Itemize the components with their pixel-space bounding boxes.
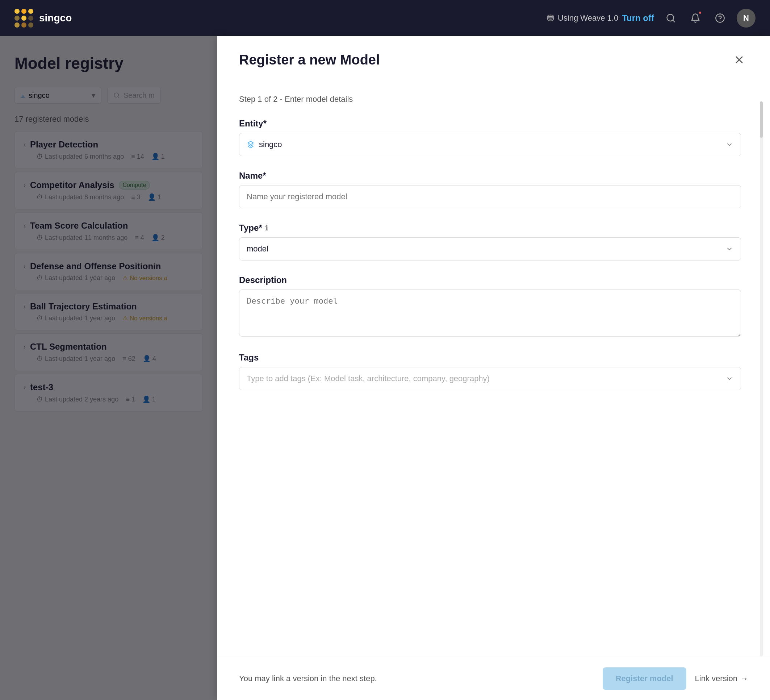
help-icon: [715, 13, 725, 23]
notifications-wrapper: [688, 10, 704, 26]
type-value-text: model: [247, 244, 269, 254]
scrollbar-track: [760, 102, 763, 656]
turnoff-button[interactable]: Turn off: [622, 13, 654, 23]
chevron-down-icon: [725, 245, 733, 253]
search-button[interactable]: [663, 10, 679, 26]
tags-label: Tags: [239, 353, 741, 363]
tags-form-group: Tags Type to add tags (Ex: Model task, a…: [239, 353, 741, 390]
modal-header: Register a new Model: [217, 36, 770, 80]
entity-label: Entity*: [239, 118, 741, 129]
type-form-group: Type* ℹ model: [239, 223, 741, 261]
main-area: Model registry ⟁ singco ▾ Search m 17 re…: [0, 36, 770, 700]
bell-icon: [690, 13, 700, 23]
user-avatar[interactable]: N: [737, 9, 755, 28]
entity-value-text: singco: [259, 140, 282, 149]
type-select-dropdown[interactable]: model: [239, 237, 741, 261]
entity-logo-icon: [247, 141, 255, 149]
entity-selected-value: singco: [247, 140, 282, 149]
modal-scroll-area: Step 1 of 2 - Enter model details Entity…: [217, 80, 770, 657]
name-form-group: Name*: [239, 171, 741, 208]
svg-line-1: [673, 20, 675, 22]
step-label: Step 1 of 2 - Enter model details: [239, 94, 741, 104]
entity-select-dropdown[interactable]: singco: [239, 133, 741, 156]
link-version-label: Link version: [695, 674, 738, 683]
topnav-right: ⛃ Using Weave 1.0 Turn off N: [547, 9, 755, 28]
topnav: singco ⛃ Using Weave 1.0 Turn off N: [0, 0, 770, 36]
modal-footer: You may link a version in the next step.…: [217, 657, 770, 700]
chevron-down-icon: [725, 374, 733, 382]
description-textarea[interactable]: [239, 290, 741, 337]
help-button[interactable]: [712, 10, 728, 26]
description-form-group: Description: [239, 275, 741, 338]
entity-form-group: Entity* singco: [239, 118, 741, 156]
arrow-right-icon: →: [740, 674, 748, 683]
footer-actions: Register model Link version →: [603, 668, 748, 690]
register-model-button[interactable]: Register model: [603, 668, 686, 690]
close-modal-button[interactable]: [730, 51, 748, 69]
close-icon: [733, 54, 745, 66]
weave-badge: ⛃ Using Weave 1.0 Turn off: [547, 13, 654, 23]
modal-title: Register a new Model: [239, 52, 380, 68]
name-label: Name*: [239, 171, 741, 181]
logo-icon: [15, 9, 33, 28]
weave-label: Using Weave 1.0: [558, 13, 618, 23]
app-name: singco: [39, 12, 72, 24]
search-icon: [666, 13, 676, 23]
description-label: Description: [239, 275, 741, 285]
register-model-modal: Register a new Model Step 1 of 2 - Enter…: [217, 36, 770, 700]
type-label: Type* ℹ: [239, 223, 741, 233]
type-info-icon[interactable]: ℹ: [265, 224, 268, 232]
notification-dot: [698, 11, 702, 15]
weave-layers-icon: ⛃: [547, 13, 554, 23]
logo-area: singco: [15, 9, 540, 28]
chevron-down-icon: [725, 141, 733, 149]
link-version-button[interactable]: Link version →: [695, 674, 748, 683]
scrollbar-thumb[interactable]: [760, 102, 763, 138]
name-input[interactable]: [239, 185, 741, 208]
footer-hint: You may link a version in the next step.: [239, 674, 377, 683]
tags-input-dropdown[interactable]: Type to add tags (Ex: Model task, archit…: [239, 367, 741, 390]
tags-placeholder-text: Type to add tags (Ex: Model task, archit…: [247, 374, 490, 383]
